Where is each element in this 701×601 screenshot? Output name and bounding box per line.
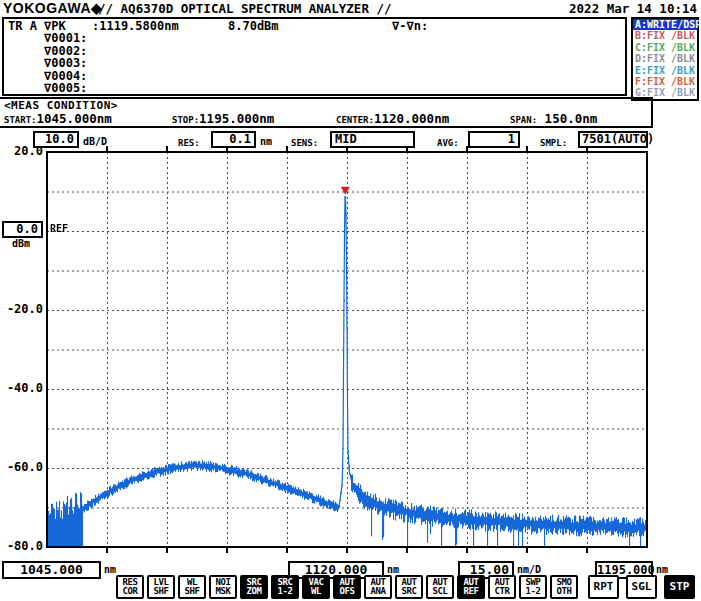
softkey-line2: SHF xyxy=(149,587,173,596)
softkey-swp-1-2[interactable]: SWP1-2 xyxy=(519,575,547,599)
trace-name: B:FIX xyxy=(635,30,665,41)
marker-row: ∇0001: xyxy=(44,32,625,45)
softkey-line2: SHF xyxy=(180,587,204,596)
softkey-vac-wl[interactable]: VACWL xyxy=(302,575,330,599)
start-wavelength-field[interactable]: 1045.000 xyxy=(2,561,101,579)
softkey-stp[interactable]: STP xyxy=(664,575,695,599)
softkey-smo-oth[interactable]: SMOOTH xyxy=(550,575,578,599)
meas-field-start: START:1045.000nm xyxy=(4,108,112,127)
meas-field-label: STOP: xyxy=(172,115,199,125)
softkey-wl-shf[interactable]: WLSHF xyxy=(178,575,206,599)
delta-marker-label: ∇-∇n: xyxy=(392,19,428,33)
softkey-line2: ZOM xyxy=(242,587,266,596)
marker-row: ∇0005: xyxy=(44,82,625,95)
y-axis-tick-label: -80.0 xyxy=(1,540,43,553)
softkey-src-zom[interactable]: SRCZOM xyxy=(240,575,268,599)
softkey-separator xyxy=(619,575,626,599)
meas-field-value: 1195.000nm xyxy=(199,111,274,126)
meas-field-value: 1120.000nm xyxy=(374,111,449,126)
brand-text: YOKOGAWA xyxy=(3,0,91,16)
trace-mode: /BLK xyxy=(671,65,695,76)
trace-name: D:FIX xyxy=(635,53,665,64)
ref-level-field[interactable]: 0.0 xyxy=(2,221,43,238)
softkey-line2: MSK xyxy=(211,587,235,596)
meas-field-label: START: xyxy=(4,115,37,125)
trace-name: A:WRITE xyxy=(635,19,677,30)
marker-type-label: ∇PK xyxy=(44,19,66,33)
y-axis-tick-label: -60.0 xyxy=(1,461,43,474)
softkey-aut-ref[interactable]: AUTREF xyxy=(457,575,485,599)
trace-mode: /BLK xyxy=(671,87,695,98)
marker-row: ∇0002: xyxy=(44,45,625,58)
softkey-line2: REF xyxy=(459,587,483,596)
ref-level-unit: dBm xyxy=(12,238,30,249)
trace-mode: /BLK xyxy=(671,30,695,41)
softkey-line2: COR xyxy=(118,587,142,596)
trace-mode: /BLK xyxy=(671,53,695,64)
marker-row-list: ∇0001:∇0002:∇0003:∇0004:∇0005: xyxy=(4,32,625,95)
wavelength-per-div-unit: nm/D xyxy=(517,564,541,575)
trace-row-e[interactable]: E:FIX/BLK xyxy=(633,65,697,76)
peak-wavelength-value: :1119.5800nm xyxy=(92,19,179,33)
y-axis-tick-label: 20.0 xyxy=(1,145,43,158)
softkey-line2: SRC xyxy=(397,587,421,596)
softkey-aut-src[interactable]: AUTSRC xyxy=(395,575,423,599)
trace-row-d[interactable]: D:FIX/BLK xyxy=(633,53,697,64)
softkey-res-cor[interactable]: RESCOR xyxy=(116,575,144,599)
softkey-line2: ANA xyxy=(366,587,390,596)
stop-wavelength-unit: nm xyxy=(656,564,668,575)
trace-name: E:FIX xyxy=(635,65,665,76)
yokogawa-logo: YOKOGAWA◆ xyxy=(3,0,102,16)
softkey-aut-ctr[interactable]: AUTCTR xyxy=(488,575,516,599)
osa-screen: YOKOGAWA◆ // AQ6370D OPTICAL SPECTRUM AN… xyxy=(0,0,701,601)
softkey-line2: WL xyxy=(304,587,328,596)
header-bar: YOKOGAWA◆ // AQ6370D OPTICAL SPECTRUM AN… xyxy=(0,0,701,16)
meas-field-center: CENTER:1120.000nm xyxy=(336,108,449,127)
meas-field-stop: STOP:1195.000nm xyxy=(172,108,274,127)
y-axis-tick-label: -40.0 xyxy=(1,382,43,395)
marker-row: ∇0004: xyxy=(44,70,625,83)
marker-row: ∇0003: xyxy=(44,57,625,70)
trace-row-a[interactable]: A:WRITE/DSP xyxy=(633,19,697,30)
start-wavelength-unit: nm xyxy=(104,564,116,575)
peak-marker-readout: TR A ∇PK :1119.5800nm 8.70dBm ∇-∇n: xyxy=(4,19,625,32)
meas-condition-box: <MEAS CONDITION> START:1045.000nmSTOP:11… xyxy=(0,97,653,128)
meas-field-span: SPAN: 150.0nm xyxy=(510,108,597,127)
trace-row-c[interactable]: C:FIX/BLK xyxy=(633,42,697,53)
softkey-separator xyxy=(657,575,664,599)
trace-name: F:FIX xyxy=(635,76,665,87)
meas-field-value: 1045.000nm xyxy=(37,111,112,126)
peak-level-value: 8.70dBm xyxy=(228,19,279,33)
softkey-sgl[interactable]: SGL xyxy=(626,575,657,599)
datetime: 2022 Mar 14 10:14 xyxy=(569,1,697,16)
softkey-line2: 1-2 xyxy=(273,587,297,596)
softkey-separator xyxy=(581,575,588,599)
softkey-rpt[interactable]: RPT xyxy=(588,575,619,599)
trace-mode: /BLK xyxy=(671,76,695,87)
softkey-line2: CTR xyxy=(490,587,514,596)
meas-field-label: SPAN: xyxy=(510,115,537,125)
trace-row-f[interactable]: F:FIX/BLK xyxy=(633,76,697,87)
softkey-aut-scl[interactable]: AUTSCL xyxy=(426,575,454,599)
trace-row-b[interactable]: B:FIX/BLK xyxy=(633,30,697,41)
softkey-aut-ofs[interactable]: AUTOFS xyxy=(333,575,361,599)
softkey-src-1-2[interactable]: SRC1-2 xyxy=(271,575,299,599)
softkey-noi-msk[interactable]: NOIMSK xyxy=(209,575,237,599)
softkey-line2: OTH xyxy=(552,587,576,596)
center-wavelength-unit: nm xyxy=(387,564,399,575)
meas-field-label: CENTER: xyxy=(336,115,374,125)
trace-mode: /BLK xyxy=(671,42,695,53)
trace-status-box: A:WRITE/DSPB:FIX/BLKC:FIX/BLKD:FIX/BLKE:… xyxy=(631,17,699,101)
trace-mode: /DSP xyxy=(677,19,701,30)
marker-info-box: TR A ∇PK :1119.5800nm 8.70dBm ∇-∇n: ∇000… xyxy=(2,17,627,96)
trace-name: C:FIX xyxy=(635,42,665,53)
meas-condition-fields: START:1045.000nmSTOP:1195.000nmCENTER:11… xyxy=(4,112,651,128)
spectrum-plot xyxy=(45,144,650,556)
softkey-bar: RESCORLVLSHFWLSHFNOIMSKSRCZOMSRC1-2VACWL… xyxy=(116,575,695,599)
softkey-line2: 1-2 xyxy=(521,587,545,596)
softkey-aut-ana[interactable]: AUTANA xyxy=(364,575,392,599)
page-title: // AQ6370D OPTICAL SPECTRUM ANALYZER // xyxy=(98,1,392,16)
active-trace-label: TR A xyxy=(8,19,37,33)
softkey-lvl-shf[interactable]: LVLSHF xyxy=(147,575,175,599)
softkey-line2: SCL xyxy=(428,587,452,596)
